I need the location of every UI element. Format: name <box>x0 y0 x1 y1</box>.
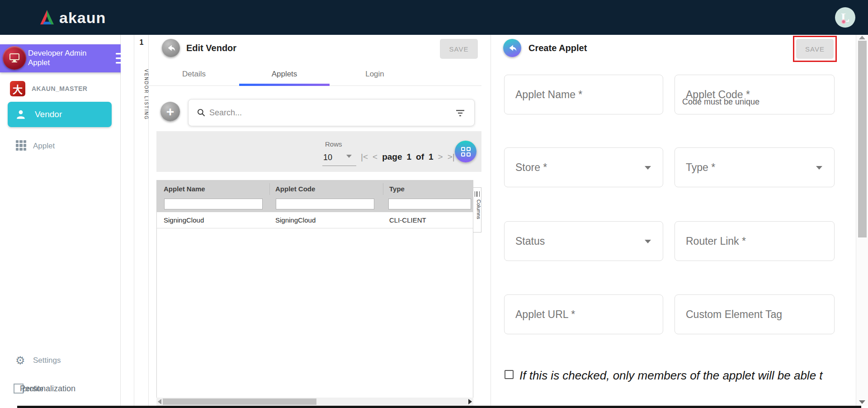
prev-page-button[interactable]: < <box>373 152 377 162</box>
cell-applet-code: SigningCloud <box>275 216 316 224</box>
pagination-strip: Rows 10 |< < page 1 of 1 > >| <box>156 131 481 172</box>
store-placeholder: Store * <box>515 161 547 174</box>
sidebar-item-personalization[interactable]: profile Personalization <box>0 381 121 398</box>
type-select[interactable]: Type * <box>675 147 835 187</box>
plus-icon: + <box>166 104 175 119</box>
add-applet-button[interactable]: + <box>160 102 180 121</box>
column-divider <box>269 183 270 195</box>
scroll-up-icon[interactable] <box>859 36 865 39</box>
pager: |< < page 1 of 1 > >| <box>361 152 455 162</box>
router-link-field[interactable] <box>675 221 835 261</box>
applet-name-input[interactable] <box>515 89 652 101</box>
akaun-master-label: AKAUN_MASTER <box>32 85 87 92</box>
vendor-listing-strip[interactable]: 1 VENDOR LISTING <box>134 35 149 406</box>
of-word: of <box>416 152 424 162</box>
column-header-applet-name[interactable]: Applet Name <box>164 185 205 193</box>
filter-input-type[interactable] <box>388 199 471 209</box>
edit-vendor-panel: Edit Vendor SAVE Details Applets Login +… <box>149 35 481 406</box>
members-only-label: If this is checked, only members of the … <box>519 369 823 382</box>
edit-vendor-tabs: Details Applets Login <box>149 63 481 86</box>
app-root: akaun L Developer Admin Applet 大 AKAUN_M… <box>0 0 868 408</box>
create-applet-back-button[interactable] <box>503 39 521 57</box>
search-input[interactable] <box>209 108 426 118</box>
next-page-button[interactable]: > <box>438 152 443 162</box>
table-header: Applet Name Applet Code Type <box>157 180 473 212</box>
column-header-type[interactable]: Type <box>389 185 405 193</box>
status-select[interactable]: Status <box>504 221 663 261</box>
type-placeholder: Type * <box>686 161 715 174</box>
applet-url-field[interactable] <box>504 294 663 334</box>
scroll-right-icon[interactable] <box>468 399 472 404</box>
create-applet-save-button[interactable]: SAVE <box>796 39 834 59</box>
members-only-checkbox[interactable] <box>505 370 514 379</box>
back-button[interactable] <box>162 39 180 57</box>
logo-text: akaun <box>59 9 106 27</box>
back-arrow-icon <box>166 43 176 53</box>
akaun-master-icon: 大 <box>10 81 25 96</box>
tab-applets[interactable]: Applets <box>239 63 330 85</box>
sidebar-item-vendor[interactable]: Vendor <box>8 102 112 127</box>
tab-login[interactable]: Login <box>330 63 420 85</box>
create-applet-panel: Create Applet SAVE Code must be unique S… <box>491 35 853 406</box>
chevron-down-icon[interactable] <box>645 166 651 170</box>
sidebar-header-developer-admin-applet[interactable]: Developer Admin Applet <box>0 44 136 72</box>
page-number: 1 <box>407 152 412 162</box>
vendor-listing-label: VENDOR LISTING <box>134 49 149 140</box>
applet-code-field[interactable] <box>675 75 835 114</box>
first-page-button[interactable]: |< <box>361 152 368 162</box>
scroll-left-icon[interactable] <box>158 399 161 404</box>
filter-input-applet-code[interactable] <box>276 199 374 209</box>
search-bar <box>188 99 475 126</box>
monitor-icon <box>3 46 26 70</box>
column-divider <box>383 183 383 195</box>
chevron-down-icon[interactable] <box>645 240 651 243</box>
akaun-master-glyph: 大 <box>13 81 23 96</box>
sidebar-item-settings[interactable]: ⚙ Settings <box>0 352 121 369</box>
tab-details[interactable]: Details <box>149 63 239 85</box>
custom-element-tag-field[interactable] <box>675 294 835 334</box>
scroll-down-icon[interactable] <box>859 400 865 404</box>
applet-url-input[interactable] <box>515 308 652 321</box>
applet-name-field[interactable] <box>504 75 663 114</box>
applet-code-helper-text: Code must be unique <box>682 97 760 107</box>
columns-tab[interactable]: Columns <box>473 187 481 232</box>
custom-element-tag-input[interactable] <box>686 308 823 321</box>
topbar: akaun L <box>0 0 868 35</box>
akaun-triangle-icon <box>38 8 57 27</box>
bottom-edge-bar <box>17 406 861 408</box>
page-word: page <box>382 152 402 162</box>
sidebar-item-akaun-master[interactable]: 大 AKAUN_MASTER <box>0 80 121 98</box>
rows-dropdown-caret-icon[interactable] <box>346 155 352 158</box>
vertical-scroll-thumb[interactable] <box>858 41 867 237</box>
last-page-button[interactable]: >| <box>448 152 455 162</box>
column-header-applet-code[interactable]: Applet Code <box>275 185 315 193</box>
table-row[interactable]: SigningCloud SigningCloud CLI-CLIENT <box>157 212 473 228</box>
sidebar-item-applet[interactable]: Applet <box>0 138 121 154</box>
status-placeholder: Status <box>515 235 545 247</box>
filter-input-applet-name[interactable] <box>164 199 263 209</box>
akaun-logo: akaun <box>38 6 106 29</box>
filter-icon[interactable] <box>455 109 465 117</box>
rows-per-page-value[interactable]: 10 <box>323 153 332 162</box>
settings-label: Settings <box>33 356 61 365</box>
horizontal-scroll-thumb[interactable] <box>163 399 316 405</box>
chevron-down-icon[interactable] <box>816 166 822 170</box>
search-icon <box>197 108 206 117</box>
edit-vendor-save-button[interactable]: SAVE <box>440 39 478 59</box>
grid-view-button[interactable] <box>455 141 476 162</box>
panel-gutter <box>121 35 134 406</box>
edit-vendor-title: Edit Vendor <box>186 43 236 53</box>
user-avatar[interactable]: L <box>835 7 855 28</box>
vertical-scrollbar[interactable] <box>856 35 868 406</box>
grid-icon <box>16 140 26 151</box>
horizontal-scrollbar[interactable] <box>156 398 473 406</box>
vendor-label: Vendor <box>35 109 62 119</box>
create-applet-title: Create Applet <box>528 43 587 53</box>
grid-view-icon <box>461 147 471 157</box>
router-link-input[interactable] <box>686 235 823 247</box>
vendor-listing-index: 1 <box>134 38 149 47</box>
applet-label: Applet <box>33 142 55 151</box>
sidebar-header-title: Developer Admin Applet <box>28 48 105 67</box>
columns-grill-icon <box>475 191 480 197</box>
store-select[interactable]: Store * <box>504 147 663 187</box>
